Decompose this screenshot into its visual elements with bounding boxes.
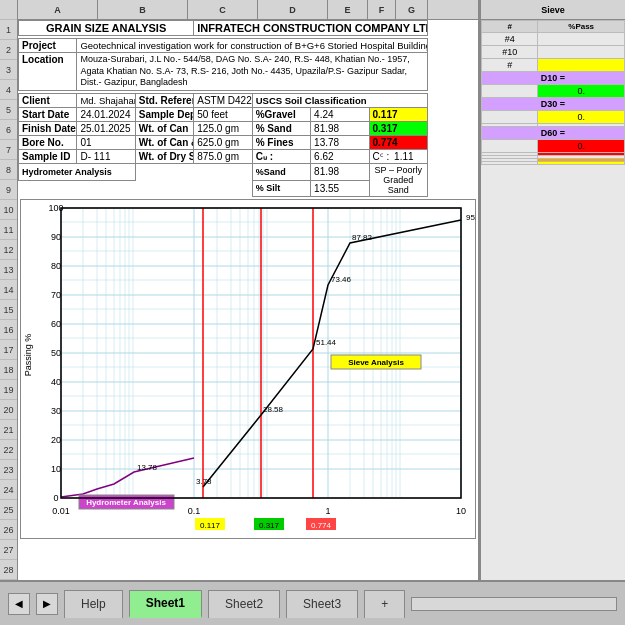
y-label-30: 30 xyxy=(51,406,61,416)
sieve-row-d30: D30 = xyxy=(482,98,625,111)
d10-right-placeholder xyxy=(482,85,538,98)
wt-can-label: Wt. of Can xyxy=(135,122,193,136)
col-a-header: A xyxy=(18,0,98,19)
gravel-value[interactable]: 4.24 xyxy=(311,108,369,122)
d35-xlabel: 0.317 xyxy=(259,521,280,530)
tab-sheet1[interactable]: Sheet1 xyxy=(129,590,202,618)
wt-can-value[interactable]: 125.0 gm xyxy=(194,122,252,136)
project-value[interactable]: Geotechnical investigation work for cons… xyxy=(77,39,428,53)
finish-date-label: Finish Date xyxy=(19,122,77,136)
start-date-value[interactable]: 24.01.2024 xyxy=(77,108,135,122)
sieve-y2-a xyxy=(482,162,538,165)
d10-right-label: D10 = xyxy=(482,72,625,85)
sieve-4-label: #4 xyxy=(482,33,538,46)
finish-date-value[interactable]: 25.01.2025 xyxy=(77,122,135,136)
sample-id-row: Sample ID D- 111 Wt. of Dry Soil 875.0 g… xyxy=(19,150,428,164)
d60-right-label: D60 = xyxy=(482,127,625,140)
fines-value[interactable]: 13.78 xyxy=(311,136,369,150)
sieve-row-3[interactable]: # xyxy=(482,59,625,72)
tab-sheet3[interactable]: Sheet3 xyxy=(286,590,358,618)
start-date-row: Start Date 24.01.2024 Sample Depth 50 fe… xyxy=(19,108,428,122)
d60-right-val[interactable]: 0. xyxy=(538,140,625,153)
horizontal-scrollbar[interactable] xyxy=(411,597,617,611)
sample-depth-value[interactable]: 50 feet xyxy=(194,108,252,122)
sieve-y2-b xyxy=(538,162,625,165)
silt-val[interactable]: 13.55 xyxy=(311,180,369,197)
sieve-label: Sieve Analysis xyxy=(348,358,404,367)
sieve-row-4[interactable]: #4 xyxy=(482,33,625,46)
tab-sheet2[interactable]: Sheet2 xyxy=(208,590,280,618)
col-g-header: G xyxy=(396,0,428,19)
sieve-row-d10: D10 = xyxy=(482,72,625,85)
sample-id-value[interactable]: D- 111 xyxy=(77,150,135,164)
client-value[interactable]: Md. Shajahan Ali xyxy=(77,94,135,108)
silt-label: % Silt xyxy=(252,180,310,197)
col-f-header: F xyxy=(368,0,396,19)
company-cell[interactable]: INFRATECH CONSTRUCTION COMPANY LTD. xyxy=(194,21,428,36)
y-label-90: 90 xyxy=(51,232,61,242)
d10-xlabel: 0.117 xyxy=(200,521,221,530)
sieve-row-10[interactable]: #10 xyxy=(482,46,625,59)
sheet-data: A B C D E F G GRAIN SIZE ANALYSIS INFRAT xyxy=(18,0,478,580)
col-d-header: D xyxy=(258,0,328,19)
label-7346: 73.46 xyxy=(331,275,352,284)
y-label-40: 40 xyxy=(51,377,61,387)
next-sheet-btn[interactable]: ▶ xyxy=(36,593,58,615)
y-label-0: 0 xyxy=(53,493,58,503)
d35-value[interactable]: 0.317 xyxy=(369,122,427,136)
bore-no-label: Bore No. xyxy=(19,136,77,150)
tab-add[interactable]: + xyxy=(364,590,405,618)
std-ref-value[interactable]: ASTM D422-63 xyxy=(194,94,252,108)
sand-pct-val[interactable]: 81.98 xyxy=(311,164,369,181)
prev-sheet-btn[interactable]: ◀ xyxy=(8,593,30,615)
cc-value[interactable]: 1.11 xyxy=(394,151,413,162)
y-axis-label: Passing % xyxy=(23,334,33,377)
col-c-header: C xyxy=(188,0,258,19)
pass-col-header: %Pass xyxy=(538,21,625,33)
sieve-10-val[interactable] xyxy=(538,46,625,59)
wt-can-soil-value[interactable]: 625.0 gm xyxy=(194,136,252,150)
sand-value[interactable]: 81.98 xyxy=(311,122,369,136)
bore-no-value[interactable]: 01 xyxy=(77,136,135,150)
client-row: Client Md. Shajahan Ali Std. Reference A… xyxy=(19,94,428,108)
wt-dry-value[interactable]: 875.0 gm xyxy=(194,150,252,164)
d30-val-row[interactable]: 0. xyxy=(482,111,625,124)
sieve-10-label: #10 xyxy=(482,46,538,59)
wt-can-soil-label: Wt. of Can & Soil xyxy=(135,136,193,150)
x-label-1: 1 xyxy=(325,506,330,516)
start-date-label: Start Date xyxy=(19,108,77,122)
d60-value[interactable]: 0.774 xyxy=(369,136,427,150)
sieve-col-header: # xyxy=(482,21,538,33)
label-9576: 95.76 xyxy=(466,213,476,222)
sieve-3-label: # xyxy=(482,59,538,72)
title-cell[interactable]: GRAIN SIZE ANALYSIS xyxy=(19,21,194,36)
bore-row: Bore No. 01 Wt. of Can & Soil 625.0 gm %… xyxy=(19,136,428,150)
label-5144: 51.44 xyxy=(316,338,337,347)
x-label-10: 10 xyxy=(456,506,466,516)
label-378: 3.78 xyxy=(196,477,212,486)
d60-val-row[interactable]: 0. xyxy=(482,140,625,153)
cu-value[interactable]: 6.62 xyxy=(311,150,369,164)
y-label-10: 10 xyxy=(51,464,61,474)
app-window: 1 2 3 4 5 6 7 8 9 10 11 12 13 14 15 16 1 xyxy=(0,0,625,625)
right-col-header: Sieve xyxy=(481,0,625,20)
sieve-3-val[interactable] xyxy=(538,59,625,72)
d10-right-val[interactable]: 0. xyxy=(538,85,625,98)
spreadsheet-panel: 1 2 3 4 5 6 7 8 9 10 11 12 13 14 15 16 1 xyxy=(0,0,480,580)
row-numbers-col: 1 2 3 4 5 6 7 8 9 10 11 12 13 14 15 16 1 xyxy=(0,0,18,580)
project-row: Project Geotechnical investigation work … xyxy=(19,39,428,53)
hydro-label-chart: Hydrometer Analysis xyxy=(86,498,166,507)
label-2858: 28.58 xyxy=(263,405,284,414)
wt-dry-label: Wt. of Dry Soil xyxy=(135,150,193,164)
d30-right-label: D30 = xyxy=(482,98,625,111)
d30-right-val[interactable]: 0. xyxy=(538,111,625,124)
tab-help[interactable]: Help xyxy=(64,590,123,618)
d30-right-placeholder xyxy=(482,111,538,124)
gravel-label: %Gravel xyxy=(252,108,310,122)
sieve-4-val[interactable] xyxy=(538,33,625,46)
location-row: Location Mouza-Surabari, J.L No.- 544/58… xyxy=(19,53,428,91)
d10-val-row[interactable]: 0. xyxy=(482,85,625,98)
location-value[interactable]: Mouza-Surabari, J.L No.- 544/58, DAG No.… xyxy=(77,53,428,91)
d10-value[interactable]: 0.117 xyxy=(369,108,427,122)
project-label: Project xyxy=(19,39,77,53)
